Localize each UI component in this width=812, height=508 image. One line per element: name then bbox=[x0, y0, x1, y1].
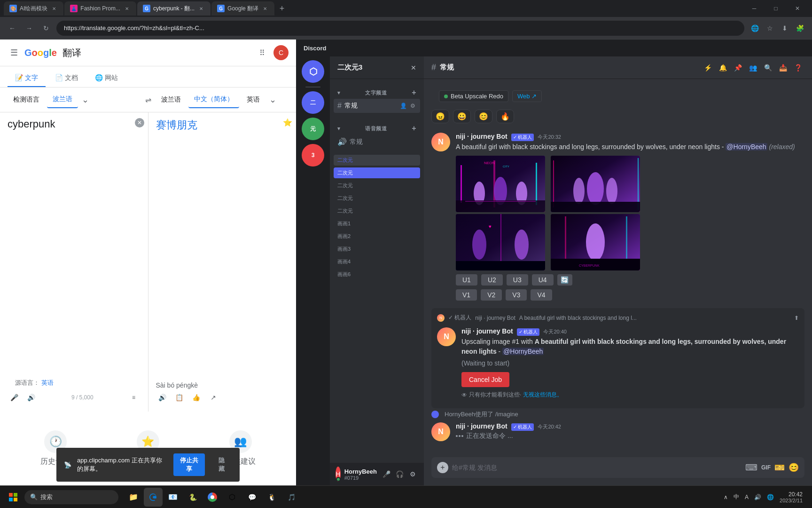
detect-lang-btn[interactable]: 检测语言 bbox=[8, 92, 45, 108]
apps-icon[interactable]: ⠿ bbox=[255, 45, 270, 60]
inbox-icon[interactable]: 📥 bbox=[776, 61, 789, 74]
sidebar-item-0[interactable]: 二次元 bbox=[334, 155, 420, 166]
share-icon[interactable]: ↗ bbox=[207, 391, 220, 404]
sidebar-item-1[interactable]: 二次元 bbox=[334, 180, 420, 191]
tab-close-google[interactable]: ✕ bbox=[261, 5, 269, 12]
new-tab-button[interactable]: + bbox=[275, 2, 289, 15]
u4-button[interactable]: U4 bbox=[532, 274, 554, 286]
tab-close-fashion[interactable]: ✕ bbox=[123, 5, 131, 12]
lang-indicator[interactable]: 中 bbox=[734, 493, 739, 501]
source-lang-link[interactable]: 英语 bbox=[41, 379, 54, 386]
maximize-button[interactable]: □ bbox=[765, 0, 787, 17]
server-icon-3[interactable]: 3 bbox=[302, 144, 324, 167]
mic-icon[interactable]: 🎤 bbox=[8, 391, 21, 404]
gif-icon[interactable]: GIF bbox=[761, 464, 771, 471]
stop-sharing-button[interactable]: 停止共享 bbox=[173, 453, 205, 476]
upscaling-header-collapsed[interactable]: N ✓ 机器人 niji · journey Bot A beautiful g… bbox=[437, 314, 799, 322]
u1-button[interactable]: U1 bbox=[456, 274, 477, 286]
volume-icon[interactable]: 🔊 bbox=[24, 391, 38, 404]
pin-icon[interactable]: 📌 bbox=[731, 61, 744, 74]
chat-message-input[interactable] bbox=[452, 464, 742, 471]
tab-google-translate[interactable]: G Google 翻译 ✕ bbox=[211, 1, 274, 16]
reaction-happy[interactable]: 😊 bbox=[475, 110, 492, 123]
translate-icon[interactable]: 🌐 bbox=[748, 22, 761, 35]
reaction-smile[interactable]: 😀 bbox=[453, 110, 471, 123]
tab-text[interactable]: 📝 文字 bbox=[8, 70, 46, 87]
v3-button[interactable]: V3 bbox=[506, 289, 527, 301]
add-voice-icon[interactable]: + bbox=[412, 124, 416, 133]
ime-icon[interactable]: A bbox=[745, 494, 749, 500]
tab-cyberpunk[interactable]: G cyberpunk - 翻... ✕ bbox=[137, 1, 211, 16]
user-settings-button[interactable]: ⚙ bbox=[407, 468, 418, 480]
tab-doc[interactable]: 📄 文档 bbox=[47, 70, 86, 87]
v4-button[interactable]: V4 bbox=[531, 289, 552, 301]
voice-channels-header[interactable]: ▾ 语音频道 + bbox=[334, 122, 420, 135]
dismiss-link[interactable]: 无视这些消息。 bbox=[523, 391, 562, 399]
tray-arrow[interactable]: ∧ bbox=[724, 494, 728, 500]
reload-button[interactable]: ↻ bbox=[39, 22, 53, 35]
forward-button[interactable]: → bbox=[23, 22, 36, 35]
taskbar-python-icon[interactable]: 🐍 bbox=[183, 488, 202, 507]
minimize-button[interactable]: ─ bbox=[743, 0, 765, 17]
tab-close-ai[interactable]: ✕ bbox=[50, 5, 58, 12]
taskbar-search-box[interactable]: 🔍 搜索 bbox=[24, 490, 118, 504]
web-button[interactable]: Web ↗ bbox=[512, 90, 542, 102]
sidebar-item-active[interactable]: 二次元 bbox=[334, 167, 420, 178]
target-lang-en[interactable]: 英语 bbox=[241, 92, 265, 108]
tab-ai[interactable]: 🎨 AI绘画模块 ✕ bbox=[4, 1, 63, 16]
msg-image-grid-1[interactable]: NEON CITY bbox=[456, 156, 644, 270]
taskbar-chrome[interactable] bbox=[203, 488, 222, 507]
u2-button[interactable]: U2 bbox=[481, 274, 503, 286]
keyboard-icon[interactable]: ⌨ bbox=[745, 462, 757, 473]
mute-button[interactable]: 🎤 bbox=[381, 468, 392, 480]
reaction-angry[interactable]: 😠 bbox=[431, 110, 449, 123]
msg-image-1[interactable]: NEON CITY bbox=[456, 156, 545, 212]
network-tray-icon[interactable]: 🌐 bbox=[767, 494, 774, 500]
sidebar-item-画画2[interactable]: 画画2 bbox=[334, 231, 420, 242]
threads-icon[interactable]: ⚡ bbox=[701, 61, 714, 74]
channel-user-icon[interactable]: 👤 bbox=[399, 102, 407, 110]
download-icon[interactable]: ⬇ bbox=[778, 22, 791, 35]
text-align-icon[interactable]: ≡ bbox=[127, 391, 141, 404]
copy-icon[interactable]: 📋 bbox=[173, 391, 186, 404]
taskbar-edge[interactable] bbox=[144, 488, 163, 507]
target-lang-placeholder[interactable]: 波兰语 bbox=[156, 92, 187, 108]
sidebar-item-画画4[interactable]: 画画4 bbox=[334, 256, 420, 267]
channel-settings-icon[interactable]: ⚙ bbox=[409, 102, 416, 110]
start-button[interactable] bbox=[4, 488, 23, 507]
beta-upscale-button[interactable]: Beta Upscale Redo bbox=[439, 90, 508, 102]
sidebar-item-2[interactable]: 二次元 bbox=[334, 193, 420, 204]
taskbar-file-manager[interactable]: 📁 bbox=[124, 488, 143, 507]
taskbar-music[interactable]: 🎵 bbox=[282, 488, 301, 507]
hamburger-menu[interactable]: ☰ bbox=[8, 46, 21, 59]
discord-home-icon[interactable]: ⬡ bbox=[302, 60, 324, 83]
clock-display[interactable]: 20:42 2023/2/11 bbox=[780, 491, 803, 503]
dismiss-notification-button[interactable]: 隐藏 bbox=[211, 453, 232, 476]
source-lang-btn[interactable]: 波兰语 bbox=[47, 91, 78, 108]
server-header[interactable]: 二次元3 ✕ bbox=[330, 56, 424, 79]
v2-button[interactable]: V2 bbox=[481, 289, 502, 301]
save-translation-button[interactable]: ⭐ bbox=[283, 118, 292, 127]
close-button[interactable]: ✕ bbox=[787, 0, 808, 17]
tab-close-cyberpunk[interactable]: ✕ bbox=[197, 5, 205, 12]
feedback-icon[interactable]: 👍 bbox=[190, 391, 203, 404]
lang-swap-btn[interactable]: ⇌ bbox=[141, 92, 156, 107]
msg-image-3[interactable]: ♥ bbox=[456, 214, 545, 270]
output-volume-icon[interactable]: 🔊 bbox=[156, 391, 169, 404]
source-lang-more[interactable]: ⌄ bbox=[80, 93, 91, 107]
sidebar-item-画画6[interactable]: 画画6 bbox=[334, 269, 420, 280]
help-icon[interactable]: ❓ bbox=[791, 61, 804, 74]
extension-icon[interactable]: 🧩 bbox=[793, 22, 806, 35]
deafen-button[interactable]: 🎧 bbox=[394, 468, 405, 480]
taskbar-weixin[interactable]: 💬 bbox=[242, 488, 261, 507]
reaction-fire[interactable]: 🔥 bbox=[496, 110, 514, 123]
voice-channel-常规[interactable]: 🔊 常规 bbox=[334, 135, 420, 149]
tab-fashion[interactable]: 👗 Fashion Prom... ✕ bbox=[64, 1, 136, 16]
sidebar-item-3[interactable]: 二次元 bbox=[334, 206, 420, 216]
clear-input-button[interactable]: ✕ bbox=[135, 118, 144, 127]
sticker-icon[interactable]: 🎫 bbox=[774, 462, 785, 473]
msg-image-4[interactable]: CYBERPUNK bbox=[551, 214, 640, 270]
bookmark-icon[interactable]: ☆ bbox=[763, 22, 776, 35]
volume-tray-icon[interactable]: 🔊 bbox=[754, 494, 761, 500]
taskbar-qq[interactable]: 🐧 bbox=[262, 488, 281, 507]
